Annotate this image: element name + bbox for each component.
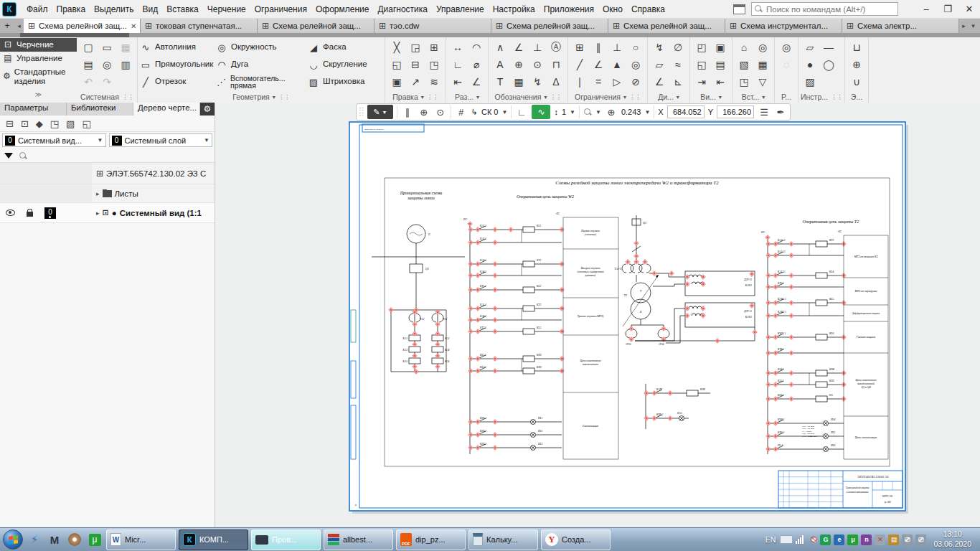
trim-icon[interactable]: ╳ — [387, 39, 406, 56]
mediaget-icon[interactable]: M — [46, 531, 63, 548]
tree-view-icon[interactable]: ⊡ — [21, 118, 29, 129]
group-expand-icon[interactable]: ▾ — [476, 94, 479, 100]
tab-close-icon[interactable]: ✕ — [131, 22, 136, 30]
deviation-icon[interactable]: ⊾ — [669, 73, 687, 90]
keyboard-icon[interactable] — [780, 535, 793, 544]
app-logo-icon[interactable]: К — [2, 2, 17, 17]
view-layers-icon[interactable]: ▤ — [711, 56, 730, 73]
group-handle-icon[interactable]: ⋮⋮ — [550, 93, 561, 100]
extend-icon[interactable]: ◲ — [406, 39, 425, 56]
step-value[interactable]: 1 — [562, 108, 566, 116]
tab-parameters[interactable]: Параметры — [0, 103, 67, 116]
clock[interactable]: 13:10 03.06.2020 — [929, 529, 977, 549]
group-expand-icon[interactable]: ▾ — [677, 94, 679, 100]
boss-icon[interactable]: ⊕ — [847, 56, 866, 73]
menu-window[interactable]: Окно — [598, 0, 627, 19]
maximize-button[interactable]: ❐ — [937, 1, 958, 17]
view-copy-icon[interactable]: ◱ — [692, 56, 711, 73]
mirror-icon[interactable]: ⊟ — [406, 56, 425, 73]
ole-icon[interactable]: ▦ — [753, 56, 772, 73]
daemon-tools-icon[interactable]: ⚡ — [26, 531, 43, 548]
tab-libraries[interactable]: Библиотеки — [67, 103, 133, 116]
menu-file[interactable]: Файл — [22, 0, 52, 19]
tree-row-system-view[interactable]: 0 ▸ ⊡ ● Системный вид (1:1 — [0, 203, 215, 223]
outline-icon[interactable]: ◯ — [819, 56, 838, 73]
group-expand-icon[interactable]: ▾ — [762, 94, 765, 100]
tabs-scroll-right-icon[interactable]: ▸ — [959, 19, 969, 33]
check-icon[interactable]: ∅ — [669, 39, 687, 56]
undo-icon[interactable]: ↶ — [79, 73, 98, 90]
hatch-area-icon[interactable]: ▨ — [801, 73, 819, 90]
print-preview-icon[interactable]: ◎ — [98, 56, 116, 73]
filter-icon[interactable] — [4, 153, 13, 159]
chevron-down-icon[interactable]: ▼ — [570, 109, 575, 116]
roughness-icon[interactable]: ∧ — [491, 39, 509, 56]
tray-internet-icon[interactable]: e — [834, 534, 844, 545]
unspec-icon[interactable]: ▽ — [753, 73, 772, 90]
datum-icon[interactable]: ∠ — [509, 39, 528, 56]
move-icon[interactable]: ▣ — [387, 73, 406, 90]
fragment-icon[interactable]: ⌂ — [735, 39, 753, 56]
tray-clipboard-icon[interactable]: ▤ — [888, 534, 899, 545]
tab-document-3[interactable]: ⊞ Схема релейной защ... — [258, 19, 374, 33]
group-expand-icon[interactable]: ▾ — [421, 94, 424, 100]
equal-icon[interactable]: = — [589, 73, 608, 90]
tabs-scroll-left-icon[interactable]: ◂ — [14, 19, 24, 33]
tree-row-document[interactable]: ⊞ ЭЛЭТ.565742.130.02 ЭЗ С — [0, 163, 215, 184]
leader-dim-icon[interactable]: ⇤ — [448, 73, 467, 90]
array-icon[interactable]: ◳ — [425, 56, 443, 73]
tray-utorrent-icon[interactable]: μ — [847, 534, 858, 545]
layer-badge[interactable]: 0 — [44, 207, 56, 219]
group-handle-icon[interactable]: ⋮⋮ — [122, 93, 133, 100]
new-view-icon[interactable]: ◰ — [692, 39, 711, 56]
flag-icon[interactable]: ⊓ — [547, 56, 565, 73]
symmetry-icon[interactable]: ▷ — [608, 73, 626, 90]
current-layer-select[interactable]: 0 Системный слой ▼ — [109, 133, 213, 147]
ortho-mode-icon[interactable]: ∥ — [401, 107, 414, 118]
new-document-icon[interactable]: ▢ — [79, 39, 98, 56]
redo-icon[interactable]: ↷ — [98, 73, 116, 90]
network-signal-icon[interactable] — [796, 535, 804, 544]
tolerance-icon[interactable]: ⊥ — [528, 39, 547, 56]
split-icon[interactable]: ⊞ — [425, 39, 443, 56]
taskbar-kompas-button[interactable]: К КОМП... — [179, 529, 248, 550]
expand-icon[interactable]: ▸ — [96, 190, 100, 197]
tool-circle[interactable]: ◎Окружность — [216, 39, 308, 56]
zoom-area-icon[interactable] — [583, 108, 592, 116]
mode-standard-parts[interactable]: ⚙ Стандартные изделия — [0, 65, 77, 88]
tab-document-1[interactable]: ⊞ Схема релейной защ... ✕ — [24, 19, 141, 33]
contour-icon[interactable]: ▱ — [801, 39, 819, 56]
menu-help[interactable]: Справка — [627, 0, 669, 19]
snap-styles-button[interactable]: ✎▼ — [367, 105, 393, 119]
tab-document-2[interactable]: ⊞ токовая ступенчатая... — [141, 19, 258, 33]
tab-document-6[interactable]: ⊞ Схема релейной защ... — [608, 19, 725, 33]
line-icon[interactable]: ╱ — [570, 56, 589, 73]
group-expand-icon[interactable]: ▾ — [273, 94, 275, 100]
tab-document-8[interactable]: ⊞ Схема электр... — [842, 19, 959, 33]
solid-icon[interactable]: ● — [801, 56, 819, 73]
arc-dim-icon[interactable]: ∠ — [467, 73, 486, 90]
expand-icon[interactable]: ▸ — [96, 209, 100, 217]
tab-drawing-tree[interactable]: Дерево черте... — [133, 103, 200, 116]
tray-device2-icon[interactable]: ⎚ — [915, 534, 926, 545]
tray-device-icon[interactable]: ⎚ — [902, 534, 913, 545]
tab-document-5[interactable]: ⊞ Схема релейной защ... — [491, 19, 608, 33]
save-icon[interactable]: ▦ — [116, 39, 135, 56]
menu-management[interactable]: Управление — [432, 0, 489, 19]
language-indicator[interactable]: EN — [764, 535, 778, 544]
angle-dim-icon[interactable]: ∟ — [448, 56, 467, 73]
group-expand-icon[interactable]: ▾ — [623, 94, 626, 100]
chevron-down-icon[interactable]: ▼ — [644, 109, 650, 116]
slot-icon[interactable]: ⊔ — [847, 39, 866, 56]
tray-green-icon[interactable]: G — [820, 534, 831, 545]
corner-mode-icon[interactable]: ∟ — [515, 107, 528, 118]
linear-dim-icon[interactable]: ↔ — [448, 39, 467, 56]
local-fragment-icon[interactable]: ◎ — [753, 39, 772, 56]
tool-hatch[interactable]: ▨Штриховка — [308, 73, 382, 90]
tree-row-sheets[interactable]: ▸ Листы — [0, 184, 215, 203]
vertical-icon[interactable]: ∣ — [570, 73, 589, 90]
diameter-dim-icon[interactable]: ⌀ — [467, 56, 486, 73]
copy-icon[interactable]: ◱ — [387, 56, 406, 73]
check-doc-off-icon[interactable]: ◌ — [777, 56, 796, 73]
y-coordinate-field[interactable]: 166.260 — [717, 105, 754, 118]
